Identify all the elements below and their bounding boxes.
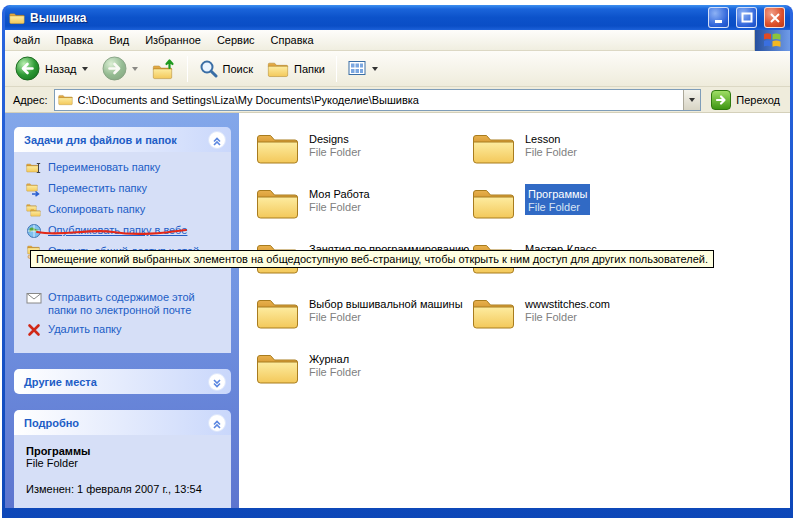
- content-area: Задачи для файлов и папок Переименовать …: [5, 113, 790, 508]
- folder-type: File Folder: [528, 201, 587, 214]
- toolbar-separator: [187, 56, 188, 82]
- toolbar-separator: [336, 56, 337, 82]
- folder-icon: [471, 184, 516, 221]
- task-delete-folder[interactable]: Удалить папку: [26, 322, 227, 338]
- close-button[interactable]: [764, 7, 785, 28]
- menu-file[interactable]: Файл: [5, 33, 48, 47]
- folder-type: File Folder: [309, 146, 361, 159]
- tooltip: Помещение копий выбранных элементов на о…: [30, 250, 714, 268]
- menu-favorites[interactable]: Избранное: [137, 33, 209, 47]
- folder-tile[interactable]: Журнал File Folder: [255, 349, 471, 404]
- details-type: File Folder: [26, 457, 223, 469]
- folder-type: File Folder: [525, 146, 577, 159]
- folder-icon: [255, 184, 300, 221]
- go-label: Переход: [736, 94, 780, 106]
- task-label[interactable]: Переименовать папку: [48, 160, 160, 174]
- folder-name[interactable]: Lesson: [525, 133, 577, 146]
- other-places-header[interactable]: Другие места: [14, 369, 231, 394]
- details-panel-header[interactable]: Подробно: [14, 410, 231, 435]
- folder-name[interactable]: Выбор вышивальной машины: [309, 298, 463, 311]
- other-places-panel: Другие места: [14, 369, 231, 394]
- go-icon: [711, 90, 731, 110]
- address-path[interactable]: C:\Documents and Settings\Liza\My Docume…: [78, 94, 679, 106]
- red-annotation-underline: [33, 224, 193, 240]
- tasks-panel-title: Задачи для файлов и папок: [24, 134, 208, 146]
- window-title: Вышивка: [30, 11, 701, 25]
- back-button[interactable]: Назад: [9, 53, 94, 84]
- folder-name[interactable]: wwwstitches.com: [525, 298, 610, 311]
- window-body: Файл Правка Вид Избранное Сервис Справка: [5, 30, 790, 508]
- folder-tile[interactable]: Designs File Folder: [255, 129, 471, 184]
- details-panel: Подробно Программы File Folder Изменен: …: [14, 410, 231, 508]
- expand-chevron-icon[interactable]: [208, 373, 226, 391]
- folder-name[interactable]: Журнал: [309, 353, 361, 366]
- other-places-title: Другие места: [24, 376, 208, 388]
- forward-icon: [102, 56, 127, 81]
- back-icon: [15, 56, 40, 81]
- details-name: Программы: [26, 445, 223, 457]
- address-input[interactable]: C:\Documents and Settings\Liza\My Docume…: [54, 89, 702, 111]
- task-pane: Задачи для файлов и папок Переименовать …: [5, 113, 239, 508]
- folder-icon: [255, 294, 300, 331]
- folder-name[interactable]: Моя Работа: [309, 188, 370, 201]
- back-label: Назад: [45, 63, 77, 75]
- file-list-area[interactable]: Designs File Folder Lesson File Folder М…: [239, 113, 790, 508]
- views-icon: [348, 60, 367, 77]
- file-folder-tasks-panel: Задачи для файлов и папок Переименовать …: [14, 127, 231, 353]
- address-label: Адрес:: [13, 94, 48, 106]
- task-move-folder[interactable]: Переместить папку: [26, 181, 227, 197]
- menu-bar: Файл Правка Вид Избранное Сервис Справка: [5, 30, 790, 51]
- folder-icon: [255, 129, 300, 166]
- folder-type: File Folder: [525, 311, 610, 324]
- views-dropdown-icon[interactable]: [372, 67, 378, 71]
- minimize-button[interactable]: [708, 7, 729, 28]
- search-button[interactable]: Поиск: [193, 56, 259, 81]
- delete-icon: [26, 322, 42, 338]
- address-bar: Адрес: C:\Documents and Settings\Liza\My…: [5, 87, 790, 113]
- task-label[interactable]: Удалить папку: [48, 322, 122, 336]
- task-copy-folder[interactable]: Скопировать папку: [26, 202, 227, 218]
- title-bar[interactable]: Вышивка: [5, 5, 790, 30]
- details-modified: Изменен: 1 февраля 2007 г., 13:54: [26, 483, 223, 495]
- folder-icon: [471, 129, 516, 166]
- email-folder-icon: [26, 290, 42, 306]
- folders-icon: [267, 60, 289, 78]
- go-button[interactable]: Переход: [707, 90, 784, 110]
- task-email-folder[interactable]: Отправить содержимое этой папки по элект…: [26, 290, 227, 317]
- folder-icon: [471, 294, 516, 331]
- folder-tile[interactable]: Моя Работа File Folder: [255, 184, 471, 239]
- folder-type: File Folder: [309, 311, 463, 324]
- menu-edit[interactable]: Правка: [48, 33, 101, 47]
- tasks-panel-header[interactable]: Задачи для файлов и папок: [14, 127, 231, 152]
- folder-tile[interactable]: Выбор вышивальной машины File Folder: [255, 294, 471, 349]
- rename-folder-icon: [26, 160, 42, 176]
- up-folder-icon: [152, 58, 176, 80]
- address-dropdown-button[interactable]: [683, 90, 700, 110]
- windows-logo-icon: [754, 30, 790, 51]
- folder-tile-selected[interactable]: Программы File Folder: [471, 184, 731, 239]
- menu-help[interactable]: Справка: [263, 33, 322, 47]
- toolbar: Назад: [5, 51, 790, 87]
- menu-view[interactable]: Вид: [101, 33, 137, 47]
- folder-name[interactable]: Программы: [528, 188, 587, 201]
- folders-button[interactable]: Папки: [261, 57, 331, 81]
- folder-name[interactable]: Designs: [309, 133, 361, 146]
- up-button[interactable]: [146, 55, 182, 83]
- task-label[interactable]: Отправить содержимое этой папки по элект…: [48, 290, 213, 317]
- folder-tile[interactable]: Lesson File Folder: [471, 129, 731, 184]
- task-label[interactable]: Скопировать папку: [48, 202, 145, 216]
- views-button[interactable]: [342, 57, 384, 80]
- back-dropdown-icon[interactable]: [82, 67, 88, 71]
- folder-type: File Folder: [309, 366, 361, 379]
- task-rename-folder[interactable]: Переименовать папку: [26, 160, 227, 176]
- collapse-chevron-icon[interactable]: [208, 414, 226, 432]
- move-folder-icon: [26, 181, 42, 197]
- collapse-chevron-icon[interactable]: [208, 131, 226, 149]
- details-panel-body: Программы File Folder Изменен: 1 февраля…: [14, 435, 231, 508]
- folder-tile[interactable]: wwwstitches.com File Folder: [471, 294, 731, 349]
- menu-tools[interactable]: Сервис: [209, 33, 263, 47]
- forward-dropdown-icon[interactable]: [132, 67, 138, 71]
- forward-button[interactable]: [96, 53, 144, 84]
- maximize-button[interactable]: [736, 7, 757, 28]
- task-label[interactable]: Переместить папку: [48, 181, 147, 195]
